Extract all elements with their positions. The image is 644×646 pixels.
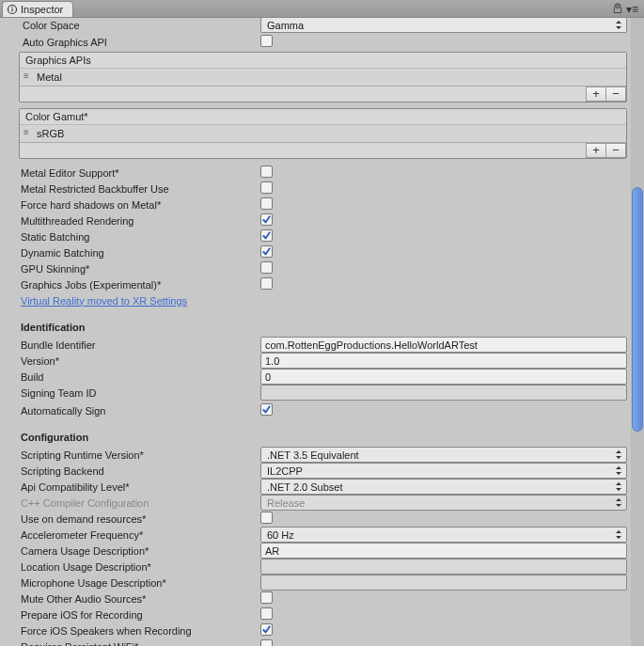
dynamic-batching-checkbox[interactable] (260, 245, 273, 258)
graphics-apis-add-button[interactable]: + (586, 87, 606, 102)
use-on-demand-label: Use on demand resources* (21, 512, 260, 526)
multithreaded-label: Multithreaded Rendering (21, 214, 260, 228)
tab-label: Inspector (21, 4, 63, 15)
scripting-runtime-label: Scripting Runtime Version* (21, 449, 260, 462)
tab-menu-icon[interactable]: ▾≡ (626, 3, 638, 16)
svg-rect-1 (11, 8, 12, 11)
info-icon (7, 4, 18, 15)
static-batching-checkbox[interactable] (260, 229, 273, 242)
gpu-skinning-label: GPU Skinning* (21, 262, 260, 276)
version-label: Version* (21, 355, 260, 368)
scripting-backend-select[interactable]: IL2CPP (260, 463, 627, 479)
mute-audio-checkbox[interactable] (260, 591, 273, 604)
dynamic-batching-label: Dynamic Batching (21, 246, 260, 260)
location-usage-input[interactable] (260, 559, 627, 575)
api-compat-select[interactable]: .NET 2.0 Subset (260, 479, 627, 495)
graphics-apis-item[interactable]: Metal (20, 68, 626, 86)
bundle-id-input[interactable] (260, 337, 627, 353)
metal-backbuffer-label: Metal Restricted Backbuffer Use (21, 182, 260, 196)
configuration-header: Configuration (21, 432, 627, 443)
graphics-apis-header: Graphics APIs (20, 53, 626, 68)
vr-xr-link[interactable]: Virtual Reality moved to XR Settings (21, 294, 187, 307)
microphone-usage-input[interactable] (260, 575, 627, 591)
signing-team-input[interactable] (260, 385, 627, 401)
multithreaded-checkbox[interactable] (260, 213, 273, 226)
force-hard-shadows-label: Force hard shadows on Metal* (21, 198, 260, 212)
scrollbar-thumb[interactable] (632, 187, 643, 432)
vertical-scrollbar[interactable] (631, 18, 644, 646)
api-compat-label: Api Compatibility Level* (21, 481, 260, 494)
tab-inspector[interactable]: Inspector (2, 1, 73, 17)
camera-usage-input[interactable] (260, 543, 627, 559)
signing-team-label: Signing Team ID (21, 386, 260, 400)
graphics-apis-remove-button[interactable]: − (605, 87, 626, 102)
cpp-compiler-label: C++ Compiler Configuration (21, 496, 260, 510)
metal-backbuffer-checkbox[interactable] (260, 181, 273, 194)
graphics-jobs-label: Graphics Jobs (Experimental)* (21, 278, 260, 291)
color-gamut-header: Color Gamut* (20, 109, 626, 124)
gpu-skinning-checkbox[interactable] (260, 261, 273, 274)
persistent-wifi-checkbox[interactable] (260, 639, 273, 647)
color-gamut-listbox: Color Gamut* sRGB + − (19, 108, 627, 159)
version-input[interactable] (260, 353, 627, 369)
location-usage-label: Location Usage Description* (21, 560, 260, 574)
inspector-window: Inspector ▾≡ Color Space Gamma Auto Grap… (0, 0, 644, 646)
scripting-runtime-select[interactable]: .NET 3.5 Equivalent (260, 447, 627, 463)
persistent-wifi-label: Requires Persistent WiFi* (21, 640, 260, 647)
inspector-content: Color Space Gamma Auto Graphics API Grap… (0, 18, 631, 646)
color-space-label: Color Space (21, 19, 260, 32)
graphics-jobs-checkbox[interactable] (260, 277, 273, 290)
identification-header: Identification (21, 322, 627, 333)
force-speakers-checkbox[interactable] (260, 623, 273, 636)
build-label: Build (21, 370, 260, 384)
auto-graphics-label: Auto Graphics API (21, 36, 260, 49)
prepare-ios-label: Prepare iOS for Recording (21, 608, 260, 622)
bundle-id-label: Bundle Identifier (21, 339, 260, 352)
metal-editor-checkbox[interactable] (260, 165, 273, 178)
camera-usage-label: Camera Usage Description* (21, 544, 260, 558)
force-speakers-label: Force iOS Speakers when Recording (21, 624, 260, 638)
metal-editor-label: Metal Editor Support* (21, 166, 260, 180)
accel-freq-select[interactable]: 60 Hz (260, 527, 627, 543)
color-gamut-add-button[interactable]: + (586, 143, 606, 158)
microphone-usage-label: Microphone Usage Description* (21, 576, 260, 590)
lock-icon[interactable] (612, 3, 623, 16)
accel-freq-label: Accelerometer Frequency* (21, 528, 260, 542)
tab-bar: Inspector ▾≡ (0, 0, 644, 18)
color-gamut-remove-button[interactable]: − (605, 143, 626, 158)
color-space-select[interactable]: Gamma (260, 18, 627, 33)
prepare-ios-checkbox[interactable] (260, 607, 273, 620)
auto-sign-checkbox[interactable] (260, 403, 273, 416)
scripting-backend-label: Scripting Backend (21, 465, 260, 478)
graphics-apis-listbox: Graphics APIs Metal + − (19, 52, 627, 102)
build-input[interactable] (260, 369, 627, 385)
color-gamut-item[interactable]: sRGB (20, 124, 626, 142)
force-hard-shadows-checkbox[interactable] (260, 197, 273, 210)
svg-rect-2 (11, 7, 12, 8)
static-batching-label: Static Batching (21, 230, 260, 244)
mute-audio-label: Mute Other Audio Sources* (21, 592, 260, 606)
auto-sign-label: Automatically Sign (21, 404, 260, 418)
auto-graphics-checkbox[interactable] (260, 35, 273, 47)
cpp-compiler-select: Release (260, 495, 627, 511)
use-on-demand-checkbox[interactable] (260, 512, 273, 524)
